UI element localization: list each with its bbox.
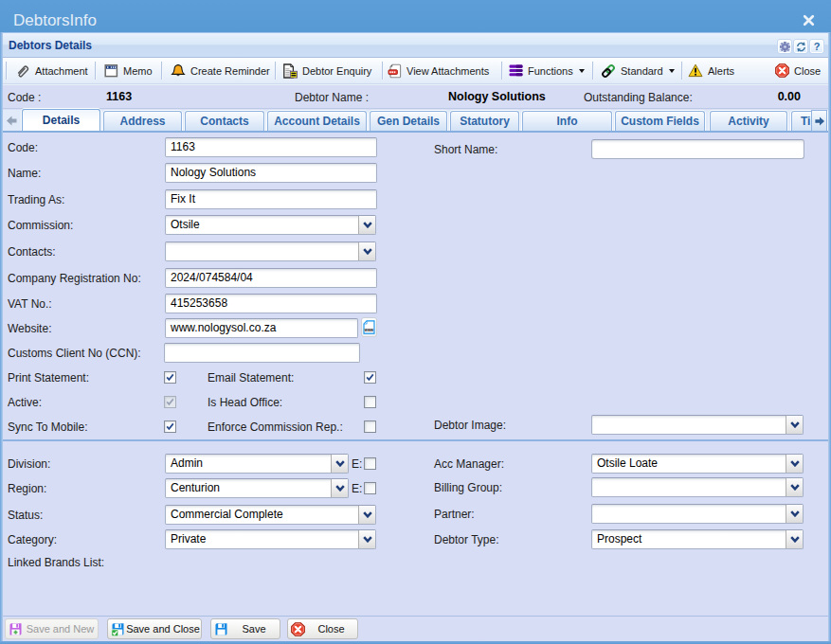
svg-text:www: www [364, 328, 373, 332]
